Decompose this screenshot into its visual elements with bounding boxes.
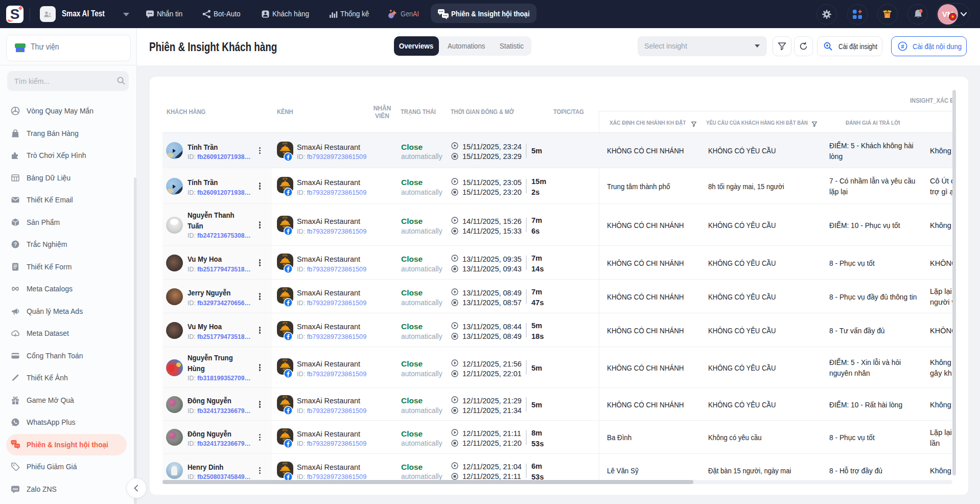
svg-text:#: # (901, 43, 904, 50)
svg-text:?: ? (14, 242, 17, 247)
svg-text:ZNS: ZNS (13, 487, 18, 490)
